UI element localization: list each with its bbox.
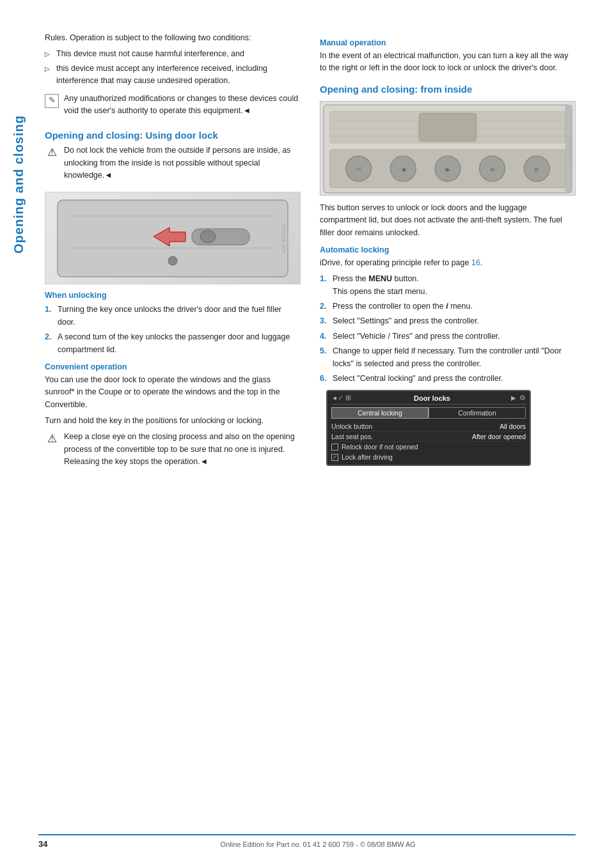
auto-lock-period: .: [480, 258, 482, 267]
step-num-2: 2.: [45, 331, 51, 343]
warning-notice-2: ⚠ Keep a close eye on the closing proces…: [45, 431, 301, 472]
image-watermark-left: NE32ZE-00P: [281, 223, 287, 253]
auto-step-text-4: Select "Vehicle / Tires" and press the c…: [333, 332, 500, 341]
page-number: 34: [38, 839, 47, 849]
svg-text:◀: ◀: [401, 166, 405, 173]
auto-step-text-6: Select "Central locking" and press the c…: [333, 374, 503, 383]
bullet-item-1: This device must not cause harmful inter…: [45, 48, 301, 60]
idrive-header: ◄ ✓ ⊞ Door locks ▶ ⚙: [331, 394, 526, 405]
idrive-back-arrow: ◄: [331, 394, 338, 401]
step-text-2: A second turn of the key unlocks the pas…: [58, 332, 290, 353]
auto-step-1: 1. Press the MENU button.This opens the …: [320, 273, 576, 298]
idrive-screen: ◄ ✓ ⊞ Door locks ▶ ⚙ Central locking Con…: [326, 390, 531, 466]
idrive-checkbox-lock-driving-box[interactable]: ✓: [331, 454, 338, 461]
auto-lock-heading: Automatic locking: [320, 245, 576, 254]
idrive-seat-value: After door opened: [472, 433, 526, 440]
auto-step-num-2: 2.: [320, 300, 326, 313]
page-footer: 34 Online Edition for Part no. 01 41 2 6…: [38, 834, 576, 849]
idrive-relock-label: Relock door if not opened: [342, 443, 418, 451]
step-1: 1. Turning the key once unlocks the driv…: [45, 304, 301, 329]
svg-text:⊗: ⊗: [534, 166, 539, 173]
step-num-1: 1.: [45, 304, 51, 316]
main-content: Rules. Operation is subject to the follo…: [38, 26, 614, 828]
step-text-1: Turning the key once unlocks the driver'…: [58, 305, 281, 326]
auto-step-num-5: 5.: [320, 345, 326, 357]
when-unlocking-steps: 1. Turning the key once unlocks the driv…: [45, 304, 301, 356]
auto-step-5: 5. Change to upper field if necessary. T…: [320, 345, 576, 370]
auto-step-2: 2. Press the controller to open the i me…: [320, 300, 576, 313]
pencil-notice-text: Any unauthorized modifications or change…: [64, 93, 301, 118]
idrive-settings-icon: ⚙: [519, 394, 526, 402]
footer-text: Online Edition for Part no. 01 41 2 600 …: [60, 841, 576, 848]
left-column: Rules. Operation is subject to the follo…: [38, 26, 313, 828]
manual-text: In the event of an electrical malfunctio…: [320, 50, 576, 75]
intro-text: Rules. Operation is subject to the follo…: [45, 32, 301, 44]
convenient-text-2: Turn and hold the key in the positions f…: [45, 415, 301, 427]
svg-text:⏎: ⏎: [356, 166, 361, 173]
idrive-unlock-value: All doors: [500, 422, 526, 430]
section1-heading: Opening and closing: Using door lock: [45, 130, 301, 141]
interior-svg: ⏎ ◀ ▶ ⊕ ⊗ NE32ZE-01P: [320, 102, 575, 196]
warning-text-1: Do not lock the vehicle from the outside…: [64, 144, 301, 182]
warning-icon-1: ⚠: [45, 146, 59, 160]
svg-text:NE32ZE-PIC: NE32ZE-PIC: [287, 229, 292, 254]
idrive-checkbox-lock-driving: ✓ Lock after driving: [331, 452, 526, 462]
idrive-lock-driving-label: Lock after driving: [342, 453, 393, 461]
convenient-text-1: You can use the door lock to operate the…: [45, 374, 301, 411]
auto-step-4: 4. Select "Vehicle / Tires" and press th…: [320, 330, 576, 343]
door-handle-image: NE32ZE-PIC NE32ZE-00P: [45, 192, 301, 284]
idrive-tabs: Central locking Confirmation: [331, 407, 526, 419]
when-unlocking-heading: When unlocking: [45, 291, 301, 300]
idrive-title: Door locks: [353, 394, 511, 402]
bullet-list: This device must not cause harmful inter…: [45, 48, 301, 87]
svg-text:NE32ZE-01P: NE32ZE-01P: [568, 136, 572, 162]
idrive-seat-label: Last seat pos.: [331, 433, 373, 440]
idrive-forward-arrow: ▶: [511, 394, 516, 401]
idrive-unlock-label: Unlock button: [331, 422, 372, 430]
interior-text: This button serves to unlock or lock doo…: [320, 202, 576, 239]
auto-step-num-3: 3.: [320, 315, 326, 327]
idrive-tab-central[interactable]: Central locking: [331, 407, 429, 419]
auto-lock-intro: iDrive, for operating principle refer to…: [320, 257, 576, 269]
pencil-icon: ✎: [45, 94, 59, 108]
idrive-row-unlock: Unlock button All doors: [331, 421, 526, 431]
door-illustration: NE32ZE-PIC: [45, 192, 300, 284]
idrive-row-seat: Last seat pos. After door opened: [331, 431, 526, 442]
manual-heading: Manual operation: [320, 38, 576, 47]
auto-lock-intro-text: iDrive, for operating principle refer to…: [320, 258, 471, 267]
pencil-notice: ✎ Any unauthorized modifications or chan…: [45, 93, 301, 121]
svg-text:⊕: ⊕: [490, 166, 495, 173]
auto-step-num-1: 1.: [320, 273, 326, 285]
idrive-grid-icon: ⊞: [345, 394, 351, 402]
idrive-checkbox-relock: Relock door if not opened: [331, 442, 526, 452]
auto-step-num-6: 6.: [320, 373, 326, 385]
bullet-item-2: this device must accept any interference…: [45, 63, 301, 88]
auto-step-6: 6. Select "Central locking" and press th…: [320, 373, 576, 385]
interior-panel-image: ⏎ ◀ ▶ ⊕ ⊗ NE32ZE-01P: [320, 101, 576, 196]
idrive-tab-confirmation[interactable]: Confirmation: [429, 407, 526, 419]
step-2: 2. A second turn of the key unlocks the …: [45, 331, 301, 356]
warning-icon-2: ⚠: [45, 432, 59, 446]
page-container: Opening and closing Rules. Operation is …: [0, 0, 614, 868]
page-16-link[interactable]: 16: [471, 258, 480, 267]
auto-step-text-2: Press the controller to open the i menu.: [333, 302, 473, 311]
auto-lock-steps: 1. Press the MENU button.This opens the …: [320, 273, 576, 385]
idrive-checkmark: ✓: [338, 394, 343, 402]
svg-rect-12: [419, 113, 476, 141]
svg-text:▶: ▶: [446, 166, 450, 173]
sidebar-label: Opening and closing: [12, 115, 26, 254]
right-column: Manual operation In the event of an elec…: [313, 26, 588, 828]
section2-heading: Opening and closing: from inside: [320, 84, 576, 95]
warning-notice-1: ⚠ Do not lock the vehicle from the outsi…: [45, 144, 301, 185]
door-svg: NE32ZE-PIC: [51, 197, 294, 280]
svg-point-4: [200, 230, 216, 243]
idrive-checkbox-relock-box[interactable]: [331, 444, 338, 451]
warning-text-2: Keep a close eye on the closing process …: [64, 431, 301, 468]
auto-step-num-4: 4.: [320, 330, 326, 343]
auto-step-text-1: Press the MENU button.This opens the sta…: [333, 274, 427, 295]
auto-step-text-5: Change to upper field if necessary. Turn…: [333, 346, 562, 368]
auto-step-3: 3. Select "Settings" and press the contr…: [320, 315, 576, 327]
svg-point-5: [168, 256, 177, 265]
convenient-heading: Convenient operation: [45, 362, 301, 371]
auto-step-text-3: Select "Settings" and press the controll…: [333, 316, 479, 325]
